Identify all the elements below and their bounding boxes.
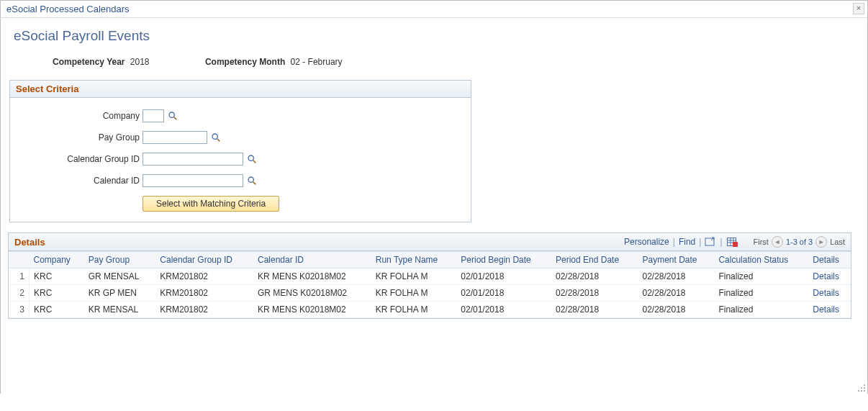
competency-row: Competency Year 2018 Competency Month 02… xyxy=(53,57,860,67)
cell-cal-group: KRM201802 xyxy=(155,268,253,285)
select-criteria-title: Select Criteria xyxy=(10,81,471,98)
company-input[interactable] xyxy=(143,109,164,122)
cell-company: KRC xyxy=(30,285,84,302)
calendar-group-label: Calendar Group ID xyxy=(17,154,140,164)
cell-cal-id: KR MENS K02018M02 xyxy=(253,302,371,318)
svg-point-4 xyxy=(248,155,253,161)
pager-next-icon[interactable]: ► xyxy=(815,236,827,248)
cell-cal-group: KRM201802 xyxy=(155,285,253,302)
svg-line-3 xyxy=(217,139,220,142)
details-link[interactable]: Details xyxy=(813,304,839,315)
close-icon[interactable]: × xyxy=(853,3,864,14)
cell-status: Finalized xyxy=(714,268,808,285)
modal-title: eSocial Processed Calendars xyxy=(6,4,130,14)
calendar-id-lookup-icon[interactable] xyxy=(246,175,258,186)
svg-point-18 xyxy=(858,390,859,392)
select-criteria-panel: Select Criteria Company Pay Group Calend… xyxy=(9,80,471,222)
col-cal-group[interactable]: Calendar Group ID xyxy=(155,252,253,268)
download-grid-icon[interactable] xyxy=(726,237,738,247)
col-begin[interactable]: Period Begin Date xyxy=(456,252,551,268)
cell-company: KRC xyxy=(30,268,84,285)
svg-point-19 xyxy=(861,390,862,392)
select-matching-button[interactable]: Select with Matching Criteria xyxy=(143,196,279,212)
svg-line-7 xyxy=(253,182,256,185)
cell-rownum: 3 xyxy=(9,302,30,318)
company-lookup-icon[interactable] xyxy=(167,110,178,122)
details-link[interactable]: Details xyxy=(813,271,839,281)
svg-line-5 xyxy=(253,161,256,163)
cell-runtype: KR FOLHA M xyxy=(371,268,457,285)
pager-first[interactable]: First xyxy=(754,238,769,246)
pager-range: 1-3 of 3 xyxy=(786,238,813,246)
cell-company: KRC xyxy=(30,302,84,318)
col-payment[interactable]: Payment Date xyxy=(638,252,714,268)
svg-point-6 xyxy=(248,177,253,182)
col-status[interactable]: Calculation Status xyxy=(714,252,808,268)
pager-prev-icon[interactable]: ◄ xyxy=(772,236,783,248)
cell-rownum: 2 xyxy=(9,285,30,302)
svg-line-1 xyxy=(174,117,177,120)
competency-year-label: Competency Year xyxy=(53,57,125,67)
svg-rect-14 xyxy=(733,242,738,247)
table-row: 1KRCGR MENSALKRM201802KR MENS K02018M02K… xyxy=(9,268,851,285)
cell-begin: 02/01/2018 xyxy=(456,268,551,285)
paygroup-input[interactable] xyxy=(143,131,207,144)
cell-end: 02/28/2018 xyxy=(551,268,638,285)
svg-point-2 xyxy=(212,134,217,139)
cell-rownum: 1 xyxy=(9,268,30,285)
table-row: 2KRCKR GP MENKRM201802GR MENS K02018M02K… xyxy=(9,285,851,302)
cell-paygroup: KR MENSAL xyxy=(84,302,156,318)
cell-begin: 02/01/2018 xyxy=(456,285,551,302)
col-runtype[interactable]: Run Type Name xyxy=(371,252,457,268)
pager-last[interactable]: Last xyxy=(830,238,845,246)
svg-point-20 xyxy=(864,390,865,392)
cell-cal-group: KRM201802 xyxy=(155,302,253,318)
cell-details: Details xyxy=(808,285,851,302)
details-table: Company Pay Group Calendar Group ID Cale… xyxy=(9,251,851,318)
cell-payment: 02/28/2018 xyxy=(638,302,714,318)
cell-paygroup: GR MENSAL xyxy=(84,268,156,285)
calendar-id-label: Calendar ID xyxy=(17,176,140,186)
cell-status: Finalized xyxy=(714,302,808,318)
col-rownum xyxy=(9,252,30,268)
calendar-group-input[interactable] xyxy=(143,153,243,166)
company-label: Company xyxy=(17,111,140,121)
svg-point-15 xyxy=(864,384,865,386)
cell-cal-id: GR MENS K02018M02 xyxy=(253,285,371,302)
svg-point-16 xyxy=(861,387,862,389)
details-link[interactable]: Details xyxy=(813,288,839,298)
cell-end: 02/28/2018 xyxy=(551,302,638,318)
col-paygroup[interactable]: Pay Group xyxy=(84,252,156,268)
resize-grip-icon[interactable] xyxy=(856,382,866,392)
cell-payment: 02/28/2018 xyxy=(638,285,714,302)
modal-header: eSocial Processed Calendars × xyxy=(0,0,868,18)
cell-details: Details xyxy=(808,268,851,285)
paygroup-label: Pay Group xyxy=(17,132,140,143)
grid-title: Details xyxy=(14,237,45,248)
find-link[interactable]: Find xyxy=(679,237,695,247)
cell-end: 02/28/2018 xyxy=(551,285,638,302)
cell-paygroup: KR GP MEN xyxy=(84,285,156,302)
competency-month-value: 02 - February xyxy=(291,57,343,67)
cell-payment: 02/28/2018 xyxy=(638,268,714,285)
paygroup-lookup-icon[interactable] xyxy=(210,132,222,143)
page-title: eSocial Payroll Events xyxy=(14,28,860,44)
competency-year-value: 2018 xyxy=(130,57,150,67)
calendar-group-lookup-icon[interactable] xyxy=(246,153,258,165)
col-company[interactable]: Company xyxy=(30,252,84,268)
table-row: 3KRCKR MENSALKRM201802KR MENS K02018M02K… xyxy=(9,302,851,318)
cell-details: Details xyxy=(808,302,851,318)
personalize-link[interactable]: Personalize xyxy=(624,237,669,247)
cell-runtype: KR FOLHA M xyxy=(371,285,457,302)
col-details[interactable]: Details xyxy=(808,252,851,268)
competency-month-label: Competency Month xyxy=(205,57,285,67)
col-cal-id[interactable]: Calendar ID xyxy=(253,252,371,268)
col-end[interactable]: Period End Date xyxy=(551,252,638,268)
details-grid: Details Personalize | Find | | First ◄ 1… xyxy=(8,232,851,319)
modal-content: eSocial Payroll Events Competency Year 2… xyxy=(0,18,868,394)
cell-cal-id: KR MENS K02018M02 xyxy=(253,268,371,285)
calendar-id-input[interactable] xyxy=(143,174,243,187)
zoom-grid-icon[interactable] xyxy=(705,237,716,247)
grid-header-bar: Details Personalize | Find | | First ◄ 1… xyxy=(9,233,851,251)
cell-begin: 02/01/2018 xyxy=(456,302,551,318)
